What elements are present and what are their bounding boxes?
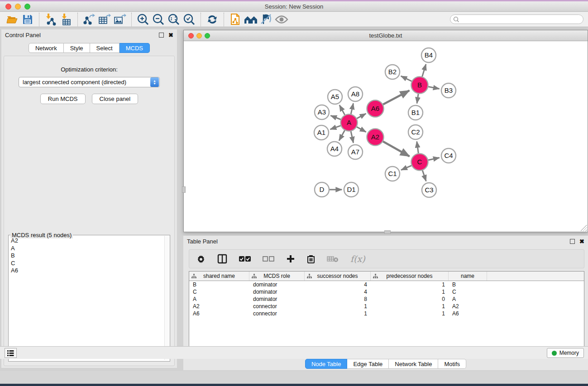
tab-select[interactable]: Select [90,43,120,53]
cell-successor-nodes[interactable]: 8 [305,295,371,303]
zoom-fit-icon[interactable] [166,13,182,26]
cell-predecessor-nodes[interactable]: 1 [371,303,449,310]
cell-MCDS-role[interactable]: connector [249,303,305,310]
cell-shared-name[interactable]: B [189,281,249,288]
graph-edge-A-A2[interactable] [357,127,366,132]
cell-successor-nodes[interactable]: 1 [305,303,371,310]
delete-table-icon[interactable] [327,255,339,262]
cell-name[interactable]: C [449,288,487,295]
table-row[interactable]: A6connector11A6 [189,310,584,317]
splitter-handle-horizontal[interactable] [384,230,391,234]
result-item[interactable]: A [9,245,165,253]
graph-edge-A2-C[interactable] [383,142,410,157]
cell-name[interactable]: A2 [449,303,487,310]
tab-mcds[interactable]: MCDS [120,43,150,53]
graph-node-B3[interactable]: B3 [441,83,456,98]
graph-edge-C-C4[interactable] [428,157,440,160]
graph-node-B[interactable]: B [411,77,428,94]
create-column-icon[interactable] [286,254,295,263]
cell-shared-name[interactable]: C [189,288,249,295]
network-close-button[interactable] [188,33,194,38]
memory-button[interactable]: Memory [547,348,584,358]
cell-successor-nodes[interactable]: 1 [305,310,371,317]
close-panel-button[interactable]: Close panel [92,94,139,104]
settings-gear-icon[interactable] [196,254,206,263]
network-minimize-button[interactable] [196,33,202,38]
cell-name[interactable]: A6 [449,310,487,317]
network-canvas[interactable]: B4B2BB3A5A8A6A3B1AA1C2A2A4A7C4CC1C3DD1 [184,41,588,232]
float-panel-icon[interactable] [159,33,164,38]
cell-predecessor-nodes[interactable]: 1 [371,310,449,317]
unselect-all-columns-icon[interactable] [263,256,274,262]
hide-selected-icon[interactable] [258,13,274,26]
optimization-criterion-select[interactable]: largest connected component (directed) ▲… [19,77,160,87]
cell-shared-name[interactable]: A6 [189,310,249,317]
cell-MCDS-role[interactable]: dominator [249,295,305,303]
graph-node-B2[interactable]: B2 [385,65,400,79]
graph-edge-A-A3[interactable] [330,115,340,119]
graph-edge-B-B3[interactable] [428,87,439,89]
zoom-window-button[interactable] [24,4,30,10]
network-zoom-button[interactable] [205,33,210,38]
graph-node-C4[interactable]: C4 [441,148,456,163]
cell-shared-name[interactable]: A [189,295,249,303]
graph-node-A7[interactable]: A7 [348,145,363,159]
column-header-predecessor-nodes[interactable]: predecessor nodes [371,272,449,281]
cell-MCDS-role[interactable]: connector [249,310,305,317]
new-network-from-selection-icon[interactable] [228,13,243,26]
tab-edge-table[interactable]: Edge Table [347,359,389,369]
graph-edge-A-A5[interactable] [339,105,345,115]
show-all-icon[interactable] [274,13,289,26]
graph-edge-B-B2[interactable] [401,76,412,81]
graph-node-C2[interactable]: C2 [408,125,423,139]
graph-node-A2[interactable]: A2 [367,129,384,146]
result-item[interactable]: A6 [9,267,165,275]
graph-edge-A-A6[interactable] [357,114,366,119]
graph-edge-C-C3[interactable] [422,170,426,181]
cell-successor-nodes[interactable]: 4 [305,281,371,288]
tab-style[interactable]: Style [64,43,90,53]
result-item[interactable]: C [9,260,165,267]
cell-predecessor-nodes[interactable]: 1 [371,288,449,295]
task-history-button[interactable] [5,348,17,358]
graph-node-A6[interactable]: A6 [367,100,384,117]
select-all-columns-icon[interactable] [239,256,251,262]
close-panel-icon[interactable]: ✖ [168,33,173,38]
graph-node-A4[interactable]: A4 [327,142,342,156]
graph-edge-A-A1[interactable] [330,126,341,129]
graph-edge-B-B1[interactable] [417,94,418,103]
function-builder-icon[interactable]: f(x) [350,254,365,264]
graph-node-A8[interactable]: A8 [348,87,363,101]
graph-edge-A-A4[interactable] [339,130,345,141]
delete-columns-icon[interactable] [307,254,315,264]
graph-node-A1[interactable]: A1 [314,125,329,140]
search-input[interactable] [450,14,583,24]
zoom-in-icon[interactable] [135,13,151,26]
save-session-icon[interactable] [20,13,35,26]
tab-network[interactable]: Network [29,43,64,53]
import-table-icon[interactable] [58,13,74,26]
cell-MCDS-role[interactable]: dominator [249,288,305,295]
result-item[interactable]: A2 [9,237,165,245]
split-columns-icon[interactable] [217,254,227,264]
zoom-out-icon[interactable] [151,13,166,26]
float-table-panel-icon[interactable] [570,239,575,244]
column-header-successor-nodes[interactable]: successor nodes [305,272,371,281]
mcds-result-list[interactable]: A2ABCA6 [9,237,165,359]
graph-node-C1[interactable]: C1 [385,167,400,181]
tab-motifs[interactable]: Motifs [438,359,466,369]
graph-edge-C-C2[interactable] [417,142,419,153]
graph-edge-A-A7[interactable] [351,131,354,143]
apply-layout-icon[interactable] [205,13,220,26]
table-row[interactable]: Cdominator41C [189,288,584,295]
splitter-handle-vertical[interactable] [182,186,186,193]
cell-shared-name[interactable]: A2 [189,303,249,310]
graph-edge-C-C1[interactable] [401,166,411,170]
graph-edge-B-B4[interactable] [422,64,426,76]
tab-network-table[interactable]: Network Table [389,359,438,369]
minimize-window-button[interactable] [15,4,21,10]
result-item[interactable]: B [9,252,165,260]
graph-node-A5[interactable]: A5 [328,90,342,104]
close-table-panel-icon[interactable]: ✖ [579,239,584,244]
cell-successor-nodes[interactable]: 4 [305,288,371,295]
